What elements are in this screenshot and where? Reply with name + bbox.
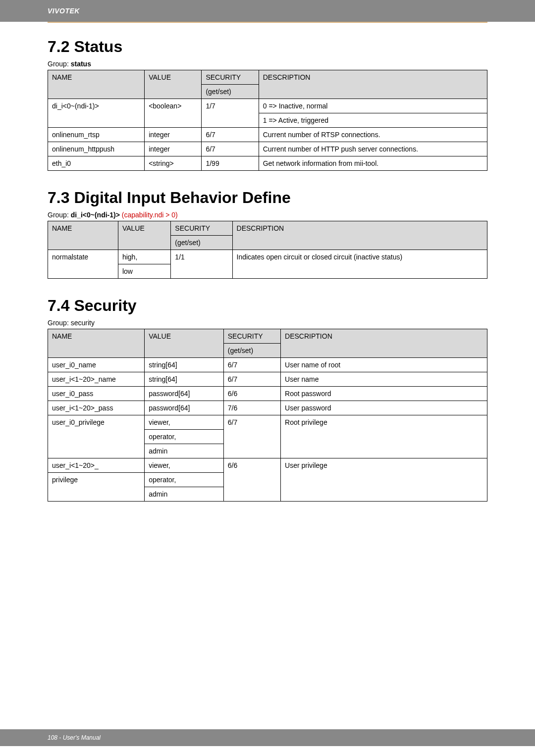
table-row: user_i<1~20>_pass password[64] 7/6 User … xyxy=(48,401,487,415)
cell-name: user_i0_privilege xyxy=(48,415,145,458)
table-header-row: NAME VALUE SECURITY DESCRIPTION xyxy=(48,221,487,236)
cell-desc: User name of root xyxy=(281,358,487,372)
cell-value: low xyxy=(118,264,170,279)
cell-value: high, xyxy=(118,250,170,264)
cell-sec: 6/7 xyxy=(223,415,280,458)
group-name: status xyxy=(71,60,91,68)
cell-name: user_i<1~20>_ xyxy=(48,458,145,473)
cell-sec: 7/6 xyxy=(223,401,280,415)
cell-desc: User password xyxy=(281,401,487,415)
cell-name: user_i0_name xyxy=(48,358,145,372)
group-prefix: Group: xyxy=(48,211,71,219)
cell-value: string[64] xyxy=(145,372,224,387)
footer-text: 108 - User's Manual xyxy=(48,734,101,741)
col-name: NAME xyxy=(48,329,145,358)
cell-sec: 6/7 xyxy=(202,142,259,156)
table-row: user_i<1~20>_ viewer, 6/6 User privilege xyxy=(48,458,487,473)
cell-name: eth_i0 xyxy=(48,156,145,171)
cell-name: di_i<0~(ndi-1)> xyxy=(48,99,145,128)
col-security: SECURITY xyxy=(171,221,232,236)
cell-sec: 6/7 xyxy=(223,358,280,372)
page-content: 7.2 Status Group: status NAME VALUE SECU… xyxy=(0,23,535,502)
section-title-7-3: 7.3 Digital Input Behavior Define xyxy=(48,189,487,207)
cell-name: user_i<1~20>_pass xyxy=(48,401,145,415)
table-header-row: NAME VALUE SECURITY DESCRIPTION xyxy=(48,70,487,85)
col-value: VALUE xyxy=(118,221,170,250)
col-name: NAME xyxy=(48,221,118,250)
cell-name: privilege xyxy=(48,473,145,502)
cell-value: password[64] xyxy=(145,387,224,401)
cell-desc: 1 => Active, triggered xyxy=(259,113,487,128)
cell-desc: Current number of HTTP push server conne… xyxy=(259,142,487,156)
cell-value: admin xyxy=(145,487,224,502)
cell-value: integer xyxy=(145,128,202,142)
table-row: user_i0_name string[64] 6/7 User name of… xyxy=(48,358,487,372)
table-row: user_i0_pass password[64] 6/6 Root passw… xyxy=(48,387,487,401)
cell-name: onlinenum_rtsp xyxy=(48,128,145,142)
cell-desc: Current number of RTSP connections. xyxy=(259,128,487,142)
cell-sec: 1/1 xyxy=(171,250,232,279)
cell-sec: 6/6 xyxy=(223,387,280,401)
col-description: DESCRIPTION xyxy=(259,70,487,99)
cell-desc: User privilege xyxy=(281,458,487,502)
cell-desc: 0 => Inactive, normal xyxy=(259,99,487,113)
cell-sec: 1/99 xyxy=(202,156,259,171)
table-row: user_i<1~20>_name string[64] 6/7 User na… xyxy=(48,372,487,387)
col-security: SECURITY xyxy=(223,329,280,344)
section-title-7-4: 7.4 Security xyxy=(48,297,487,315)
table-row: onlinenum_httppush integer 6/7 Current n… xyxy=(48,142,487,156)
cell-value: admin xyxy=(145,444,224,458)
cell-desc: Get network information from mii-tool. xyxy=(259,156,487,171)
col-value: VALUE xyxy=(145,70,202,99)
group-condition: (capability.ndi > 0) xyxy=(120,211,178,219)
cell-name: user_i<1~20>_name xyxy=(48,372,145,387)
cell-sec: 6/7 xyxy=(223,372,280,387)
cell-name: onlinenum_httppush xyxy=(48,142,145,156)
cell-value: string[64] xyxy=(145,358,224,372)
cell-value: operator, xyxy=(145,430,224,444)
section-title-7-2: 7.2 Status xyxy=(48,38,487,56)
cell-name: normalstate xyxy=(48,250,118,279)
table-row: onlinenum_rtsp integer 6/7 Current numbe… xyxy=(48,128,487,142)
table-row: user_i0_privilege viewer, 6/7 Root privi… xyxy=(48,415,487,430)
cell-value: password[64] xyxy=(145,401,224,415)
col-security-sub: (get/set) xyxy=(223,344,280,358)
page-footer: 108 - User's Manual xyxy=(0,729,535,746)
cell-sec: 6/7 xyxy=(202,128,259,142)
col-security: SECURITY xyxy=(202,70,259,85)
group-prefix: Group: xyxy=(48,60,71,68)
group-line-7-4: Group: security xyxy=(48,319,487,327)
table-row: eth_i0 <string> 1/99 Get network informa… xyxy=(48,156,487,171)
cell-value: <string> xyxy=(145,156,202,171)
col-description: DESCRIPTION xyxy=(232,221,487,250)
group-line-7-2: Group: status xyxy=(48,60,487,68)
cell-name: user_i0_pass xyxy=(48,387,145,401)
group-line-7-3: Group: di_i<0~(ndi-1)> (capability.ndi >… xyxy=(48,211,487,219)
cell-value: viewer, xyxy=(145,415,224,430)
col-security-sub: (get/set) xyxy=(202,85,259,99)
table-7-4: NAME VALUE SECURITY DESCRIPTION (get/set… xyxy=(48,329,487,502)
col-security-sub: (get/set) xyxy=(171,236,232,250)
cell-desc: Root privilege xyxy=(281,415,487,458)
table-header-row: NAME VALUE SECURITY DESCRIPTION xyxy=(48,329,487,344)
table-row: di_i<0~(ndi-1)> <boolean> 1/7 0 => Inact… xyxy=(48,99,487,113)
col-description: DESCRIPTION xyxy=(281,329,487,358)
cell-value: viewer, xyxy=(145,458,224,473)
cell-sec: 1/7 xyxy=(202,99,259,128)
brand-label: VIVOTEK xyxy=(48,7,80,15)
col-value: VALUE xyxy=(145,329,224,358)
cell-desc: Indicates open circuit or closed circuit… xyxy=(232,250,487,279)
cell-value: <boolean> xyxy=(145,99,202,128)
cell-value: operator, xyxy=(145,473,224,487)
table-row: normalstate high, 1/1 Indicates open cir… xyxy=(48,250,487,264)
col-name: NAME xyxy=(48,70,145,99)
cell-desc: Root password xyxy=(281,387,487,401)
group-name: di_i<0~(ndi-1)> xyxy=(71,211,120,219)
page-header: VIVOTEK xyxy=(0,0,535,22)
table-7-2: NAME VALUE SECURITY DESCRIPTION (get/set… xyxy=(48,70,487,171)
cell-sec: 6/6 xyxy=(223,458,280,502)
table-7-3: NAME VALUE SECURITY DESCRIPTION (get/set… xyxy=(48,221,487,279)
cell-desc: User name xyxy=(281,372,487,387)
cell-value: integer xyxy=(145,142,202,156)
